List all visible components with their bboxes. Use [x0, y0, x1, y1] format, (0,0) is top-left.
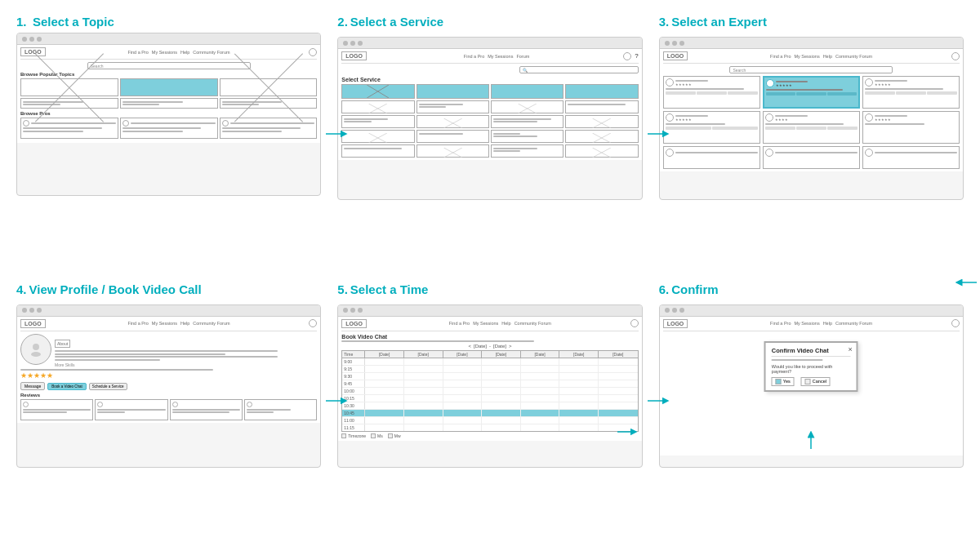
next-arrow[interactable]: > [509, 344, 512, 349]
slot[interactable] [599, 417, 638, 424]
slot-highlight[interactable] [482, 410, 521, 416]
service-cell[interactable] [416, 100, 489, 113]
slot[interactable] [599, 366, 638, 372]
slot[interactable] [521, 424, 560, 431]
expert-card[interactable]: ★★★★★ [862, 76, 960, 109]
slot[interactable] [365, 417, 404, 424]
message-button[interactable]: Message [20, 382, 45, 390]
service-header-cell[interactable] [341, 84, 414, 99]
cancel-checkbox[interactable] [805, 379, 811, 384]
slot[interactable] [365, 424, 404, 431]
search-bar-3[interactable]: Search [729, 66, 893, 73]
service-cell[interactable] [416, 144, 489, 158]
slot[interactable] [599, 373, 638, 380]
cancel-button[interactable]: Cancel [801, 377, 831, 386]
expert-card[interactable]: ★★★★ [763, 111, 860, 144]
slot[interactable] [482, 395, 521, 402]
slot[interactable] [521, 358, 560, 365]
service-header-cell[interactable] [416, 84, 489, 99]
service-cell[interactable] [491, 100, 564, 113]
slot[interactable] [599, 388, 638, 394]
yes-button[interactable]: Yes [772, 377, 795, 386]
slot[interactable] [365, 380, 404, 387]
slot-highlight[interactable] [599, 410, 638, 416]
dialog-close-icon[interactable]: × [849, 345, 853, 353]
slot[interactable] [599, 402, 638, 409]
topic-cell[interactable] [20, 78, 118, 96]
slot[interactable] [482, 417, 521, 424]
slot[interactable] [404, 366, 443, 372]
service-cell[interactable] [565, 130, 638, 143]
slot-highlight[interactable] [404, 410, 443, 416]
slot[interactable] [599, 380, 638, 387]
service-cell[interactable] [341, 100, 414, 113]
slot[interactable] [599, 395, 638, 402]
book-video-call-button[interactable]: Book a Video Chat [47, 383, 86, 390]
service-cell[interactable] [341, 144, 414, 158]
service-cell[interactable] [341, 115, 414, 128]
slot[interactable] [443, 417, 483, 424]
topic-cell-active[interactable] [120, 78, 218, 96]
slot[interactable] [482, 424, 521, 431]
slot[interactable] [404, 358, 443, 365]
slot[interactable] [365, 395, 404, 402]
slot[interactable] [404, 395, 443, 402]
slot[interactable] [521, 402, 560, 409]
slot[interactable] [404, 424, 443, 431]
slot[interactable] [559, 373, 599, 380]
slot[interactable] [521, 366, 560, 372]
slot[interactable] [443, 380, 483, 387]
service-cell[interactable] [491, 130, 564, 143]
slot[interactable] [559, 424, 599, 431]
prev-arrow[interactable]: < [468, 344, 471, 349]
expert-card[interactable] [862, 146, 960, 169]
checkbox[interactable] [341, 433, 346, 438]
slot[interactable] [482, 402, 521, 409]
slot[interactable] [404, 417, 443, 424]
slot[interactable] [404, 373, 443, 380]
search-bar-2[interactable]: 🔍 [519, 66, 638, 73]
expert-card[interactable] [763, 146, 860, 169]
service-cell[interactable] [416, 115, 489, 128]
slot[interactable] [443, 402, 483, 409]
service-header-cell[interactable] [491, 84, 564, 99]
service-cell[interactable] [565, 144, 638, 158]
slot[interactable] [443, 424, 483, 431]
slot-highlight[interactable] [521, 410, 560, 416]
slot-highlight[interactable] [365, 410, 404, 416]
topic-cell[interactable] [220, 78, 318, 96]
slot[interactable] [559, 358, 599, 365]
slot[interactable] [482, 366, 521, 372]
slot[interactable] [521, 417, 560, 424]
service-cell[interactable] [416, 130, 489, 143]
slot[interactable] [521, 373, 560, 380]
slot[interactable] [443, 373, 483, 380]
expert-card[interactable]: ★★★★★ [663, 111, 760, 144]
slot[interactable] [559, 380, 599, 387]
checkbox[interactable] [388, 433, 393, 438]
slot[interactable] [482, 373, 521, 380]
pro-card[interactable] [120, 118, 218, 139]
slot[interactable] [404, 380, 443, 387]
slot[interactable] [443, 358, 483, 365]
slot[interactable] [521, 395, 560, 402]
slot-highlight[interactable] [559, 410, 599, 416]
service-header-cell[interactable] [565, 84, 638, 99]
slot[interactable] [482, 380, 521, 387]
schedule-service-button[interactable]: Schedule a Service [89, 383, 127, 390]
slot[interactable] [559, 366, 599, 372]
checkbox[interactable] [371, 433, 376, 438]
slot[interactable] [365, 402, 404, 409]
slot[interactable] [559, 417, 599, 424]
yes-checkbox[interactable] [776, 379, 782, 384]
expert-card[interactable] [663, 146, 760, 169]
slot[interactable] [443, 395, 483, 402]
service-cell[interactable] [491, 144, 564, 158]
search-bar-1[interactable]: Search [87, 62, 251, 69]
expert-card-selected[interactable]: ★★★★★ [763, 76, 860, 109]
slot[interactable] [559, 402, 599, 409]
service-cell[interactable] [491, 115, 564, 128]
slot-highlight[interactable] [443, 410, 483, 416]
service-cell[interactable] [565, 100, 638, 113]
slot[interactable] [443, 366, 483, 372]
